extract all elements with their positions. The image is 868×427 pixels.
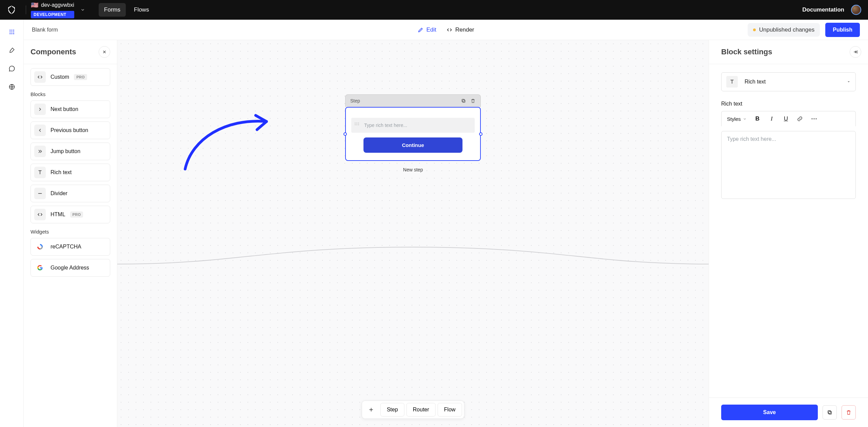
component-rich-text[interactable]: Rich text bbox=[31, 164, 110, 181]
close-icon bbox=[102, 50, 107, 54]
drag-handle-icon[interactable] bbox=[355, 123, 360, 128]
component-google-address[interactable]: Google Address bbox=[31, 259, 110, 277]
svg-point-12 bbox=[811, 118, 812, 119]
component-label: Divider bbox=[51, 190, 67, 197]
duplicate-icon bbox=[827, 409, 833, 415]
component-divider[interactable]: Divider bbox=[31, 185, 110, 202]
mode-render[interactable]: Render bbox=[447, 26, 474, 33]
environment-badge: DEVELOPMENT bbox=[31, 11, 74, 18]
trash-icon bbox=[846, 409, 852, 415]
link-button[interactable] bbox=[797, 116, 804, 122]
svg-point-14 bbox=[815, 118, 816, 119]
component-html[interactable]: HTML PRO bbox=[31, 206, 110, 223]
user-avatar[interactable] bbox=[851, 5, 861, 15]
styles-label: Styles bbox=[727, 116, 741, 122]
text-icon bbox=[726, 76, 738, 88]
close-components-button[interactable] bbox=[99, 46, 110, 58]
rail-chat-icon[interactable] bbox=[8, 64, 16, 73]
chevron-down-icon bbox=[847, 80, 851, 84]
component-previous-button[interactable]: Previous button bbox=[31, 122, 110, 139]
rich-text-editor[interactable]: Type rich text here... bbox=[721, 131, 856, 199]
mode-render-label: Render bbox=[455, 26, 474, 33]
rich-text-block[interactable]: Type rich text here... bbox=[351, 118, 475, 133]
component-next-button[interactable]: Next button bbox=[31, 100, 110, 118]
step-title: Step bbox=[350, 98, 360, 104]
section-blocks: Blocks bbox=[31, 91, 110, 97]
publish-button[interactable]: Publish bbox=[825, 23, 860, 37]
top-nav-tabs: Forms Flows bbox=[99, 3, 155, 17]
svg-point-2 bbox=[13, 30, 14, 31]
rail-brush-icon[interactable] bbox=[8, 46, 16, 54]
styles-dropdown[interactable]: Styles bbox=[727, 116, 747, 122]
block-settings-title: Block settings bbox=[721, 48, 772, 56]
mode-edit[interactable]: Edit bbox=[417, 26, 436, 33]
port-out[interactable] bbox=[479, 132, 482, 136]
tenant-selector[interactable]: 🇺🇸 dev-aggvwbxi DEVELOPMENT bbox=[31, 1, 85, 18]
step-header[interactable]: Step bbox=[345, 94, 481, 107]
component-label: Next button bbox=[51, 106, 78, 112]
chevron-left-icon bbox=[34, 125, 46, 136]
tab-flows[interactable]: Flows bbox=[129, 3, 154, 17]
underline-button[interactable]: U bbox=[783, 115, 789, 122]
tenant-flag-icon: 🇺🇸 bbox=[31, 1, 38, 9]
rich-text-placeholder: Type rich text here... bbox=[364, 123, 407, 128]
pro-badge: PRO bbox=[70, 211, 83, 218]
component-label: HTML bbox=[51, 211, 65, 218]
rail-grid-icon[interactable] bbox=[8, 28, 16, 36]
collapse-panel-button[interactable] bbox=[850, 46, 861, 58]
pro-badge: PRO bbox=[74, 74, 87, 80]
component-label: Google Address bbox=[51, 265, 89, 271]
more-button[interactable] bbox=[811, 118, 818, 120]
block-type-label: Rich text bbox=[745, 79, 766, 85]
step-card[interactable]: Step Type rich text here... C bbox=[345, 94, 481, 172]
plus-icon bbox=[368, 407, 374, 413]
italic-button[interactable]: I bbox=[768, 115, 775, 122]
add-step-button[interactable]: Step bbox=[380, 403, 405, 416]
chevron-down-icon bbox=[743, 117, 747, 121]
duplicate-block-button[interactable] bbox=[823, 405, 837, 420]
trash-icon[interactable] bbox=[470, 98, 476, 104]
component-recaptcha[interactable]: reCAPTCHA bbox=[31, 238, 110, 256]
google-icon bbox=[34, 262, 46, 274]
chevron-down-icon bbox=[80, 7, 85, 12]
text-icon bbox=[34, 167, 46, 178]
pencil-icon bbox=[417, 27, 423, 33]
port-in[interactable] bbox=[343, 132, 347, 136]
canvas[interactable]: Step Type rich text here... C bbox=[117, 40, 709, 427]
app-logo[interactable] bbox=[7, 5, 16, 15]
svg-point-13 bbox=[813, 118, 814, 119]
add-router-button[interactable]: Router bbox=[407, 403, 436, 416]
add-node-button[interactable] bbox=[364, 403, 378, 416]
flow-line bbox=[117, 234, 709, 274]
add-flow-button[interactable]: Flow bbox=[438, 403, 462, 416]
component-custom[interactable]: Custom PRO bbox=[31, 68, 110, 86]
svg-rect-10 bbox=[462, 100, 465, 102]
top-bar: 🇺🇸 dev-aggvwbxi DEVELOPMENT Forms Flows … bbox=[0, 0, 868, 20]
double-chevron-right-icon bbox=[34, 146, 46, 157]
continue-button[interactable]: Continue bbox=[363, 137, 462, 153]
svg-rect-15 bbox=[829, 411, 831, 414]
block-type-select[interactable]: Rich text bbox=[721, 72, 856, 91]
component-jump-button[interactable]: Jump button bbox=[31, 143, 110, 160]
duplicate-icon[interactable] bbox=[461, 98, 466, 104]
minus-icon bbox=[34, 188, 46, 199]
svg-point-4 bbox=[11, 32, 12, 33]
bold-button[interactable]: B bbox=[754, 115, 761, 122]
vertical-divider bbox=[26, 5, 26, 14]
rail-globe-icon[interactable] bbox=[8, 83, 16, 91]
form-name[interactable]: Blank form bbox=[32, 27, 58, 33]
rich-text-label: Rich text bbox=[721, 101, 856, 107]
components-title: Components bbox=[31, 48, 76, 56]
svg-rect-16 bbox=[828, 411, 831, 413]
chevron-right-icon bbox=[34, 104, 46, 115]
svg-point-0 bbox=[9, 30, 11, 31]
collapse-right-icon bbox=[853, 49, 858, 55]
status-text: Unpublished changes bbox=[759, 26, 815, 33]
delete-block-button[interactable] bbox=[842, 405, 856, 420]
tab-forms[interactable]: Forms bbox=[99, 3, 126, 17]
section-widgets: Widgets bbox=[31, 229, 110, 235]
save-button[interactable]: Save bbox=[721, 405, 818, 420]
documentation-link[interactable]: Documentation bbox=[802, 6, 844, 13]
component-label: Jump button bbox=[51, 148, 80, 154]
svg-point-3 bbox=[9, 32, 11, 33]
